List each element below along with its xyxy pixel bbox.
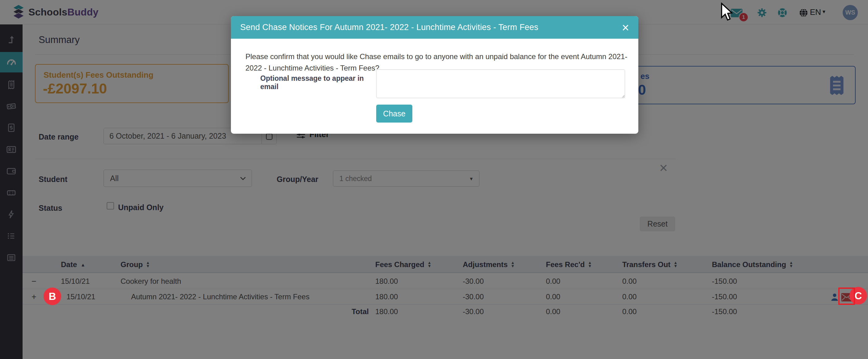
schoolsbuddy-app: SchoolsBuddy 1 EN <box>0 0 868 359</box>
modal-header: Send Chase Notices For Autumn 2021- 2022… <box>231 16 638 39</box>
modal-close-icon[interactable]: × <box>622 23 629 32</box>
annotation-highlight-box <box>838 287 855 305</box>
annotation-marker-b: B <box>43 287 61 305</box>
modal-title: Send Chase Notices For Autumn 2021- 2022… <box>240 23 538 32</box>
send-chase-notices-modal: Send Chase Notices For Autumn 2021- 2022… <box>231 16 638 134</box>
optional-message-label: Optional message to appear in email <box>260 74 375 91</box>
chase-button[interactable]: Chase <box>376 105 412 122</box>
mouse-cursor <box>720 2 736 23</box>
optional-message-textarea[interactable] <box>376 69 625 98</box>
